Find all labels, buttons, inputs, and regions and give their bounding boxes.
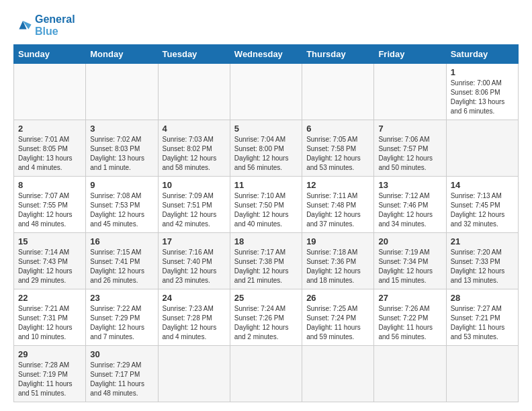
calendar-day-9: 9Sunrise: 7:08 AMSunset: 7:53 PMDaylight… <box>86 177 158 233</box>
calendar-day-23: 23Sunrise: 7:22 AMSunset: 7:29 PMDayligh… <box>86 289 158 346</box>
calendar-day-19: 19Sunrise: 7:18 AMSunset: 7:36 PMDayligh… <box>302 233 374 289</box>
logo: General Blue <box>13 13 75 38</box>
calendar-day-26: 26Sunrise: 7:25 AMSunset: 7:24 PMDayligh… <box>302 289 374 346</box>
column-header-friday: Friday <box>374 45 446 64</box>
calendar-day-24: 24Sunrise: 7:23 AMSunset: 7:28 PMDayligh… <box>158 289 230 346</box>
calendar-day-14: 14Sunrise: 7:13 AMSunset: 7:45 PMDayligh… <box>446 177 518 233</box>
calendar-day-5: 5Sunrise: 7:04 AMSunset: 8:00 PMDaylight… <box>230 120 302 177</box>
logo-subtext: Blue <box>35 26 75 38</box>
calendar-day-2: 2Sunrise: 7:01 AMSunset: 8:05 PMDaylight… <box>14 120 86 177</box>
calendar-week-4: 15Sunrise: 7:14 AMSunset: 7:43 PMDayligh… <box>14 233 519 289</box>
calendar-day-27: 27Sunrise: 7:26 AMSunset: 7:22 PMDayligh… <box>374 289 446 346</box>
empty-cell <box>302 64 374 120</box>
empty-cell <box>86 64 158 120</box>
calendar-day-15: 15Sunrise: 7:14 AMSunset: 7:43 PMDayligh… <box>14 233 86 289</box>
calendar-day-3: 3Sunrise: 7:02 AMSunset: 8:03 PMDaylight… <box>86 120 158 177</box>
calendar-day-28: 28Sunrise: 7:27 AMSunset: 7:21 PMDayligh… <box>446 289 518 346</box>
calendar-week-2: 2Sunrise: 7:01 AMSunset: 8:05 PMDaylight… <box>14 120 519 177</box>
column-header-sunday: Sunday <box>14 45 86 64</box>
calendar-day-22: 22Sunrise: 7:21 AMSunset: 7:31 PMDayligh… <box>14 289 86 346</box>
empty-cell <box>374 64 446 120</box>
calendar-day-7: 7Sunrise: 7:06 AMSunset: 7:57 PMDaylight… <box>374 120 446 177</box>
empty-cell <box>446 346 518 402</box>
calendar-day-20: 20Sunrise: 7:19 AMSunset: 7:34 PMDayligh… <box>374 233 446 289</box>
column-header-saturday: Saturday <box>446 45 518 64</box>
empty-cell <box>230 346 302 402</box>
calendar-day-4: 4Sunrise: 7:03 AMSunset: 8:02 PMDaylight… <box>158 120 230 177</box>
calendar-day-18: 18Sunrise: 7:17 AMSunset: 7:38 PMDayligh… <box>230 233 302 289</box>
calendar-day-30: 30Sunrise: 7:29 AMSunset: 7:17 PMDayligh… <box>86 346 158 402</box>
column-header-wednesday: Wednesday <box>230 45 302 64</box>
calendar-day-1: 1Sunrise: 7:00 AMSunset: 8:06 PMDaylight… <box>446 64 518 120</box>
page-header: General Blue <box>13 13 519 38</box>
calendar-week-6: 29Sunrise: 7:28 AMSunset: 7:19 PMDayligh… <box>14 346 519 402</box>
calendar-day-17: 17Sunrise: 7:16 AMSunset: 7:40 PMDayligh… <box>158 233 230 289</box>
calendar-week-5: 22Sunrise: 7:21 AMSunset: 7:31 PMDayligh… <box>14 289 519 346</box>
calendar-table: SundayMondayTuesdayWednesdayThursdayFrid… <box>13 44 519 402</box>
empty-cell <box>302 346 374 402</box>
calendar-day-10: 10Sunrise: 7:09 AMSunset: 7:51 PMDayligh… <box>158 177 230 233</box>
calendar-header-row: SundayMondayTuesdayWednesdayThursdayFrid… <box>14 45 519 64</box>
empty-cell <box>158 64 230 120</box>
logo-icon <box>13 16 32 35</box>
calendar-day-21: 21Sunrise: 7:20 AMSunset: 7:33 PMDayligh… <box>446 233 518 289</box>
empty-cell <box>158 346 230 402</box>
calendar-day-12: 12Sunrise: 7:11 AMSunset: 7:48 PMDayligh… <box>302 177 374 233</box>
calendar-day-6: 6Sunrise: 7:05 AMSunset: 7:58 PMDaylight… <box>302 120 374 177</box>
empty-cell <box>230 64 302 120</box>
column-header-monday: Monday <box>86 45 158 64</box>
empty-cell <box>446 120 518 177</box>
calendar-week-3: 8Sunrise: 7:07 AMSunset: 7:55 PMDaylight… <box>14 177 519 233</box>
calendar-day-11: 11Sunrise: 7:10 AMSunset: 7:50 PMDayligh… <box>230 177 302 233</box>
calendar-day-29: 29Sunrise: 7:28 AMSunset: 7:19 PMDayligh… <box>14 346 86 402</box>
calendar-day-8: 8Sunrise: 7:07 AMSunset: 7:55 PMDaylight… <box>14 177 86 233</box>
calendar-week-1: 1Sunrise: 7:00 AMSunset: 8:06 PMDaylight… <box>14 64 519 120</box>
empty-cell <box>374 346 446 402</box>
calendar-day-16: 16Sunrise: 7:15 AMSunset: 7:41 PMDayligh… <box>86 233 158 289</box>
column-header-thursday: Thursday <box>302 45 374 64</box>
empty-cell <box>14 64 86 120</box>
calendar-day-25: 25Sunrise: 7:24 AMSunset: 7:26 PMDayligh… <box>230 289 302 346</box>
calendar-day-13: 13Sunrise: 7:12 AMSunset: 7:46 PMDayligh… <box>374 177 446 233</box>
column-header-tuesday: Tuesday <box>158 45 230 64</box>
logo-text: General <box>35 13 75 26</box>
